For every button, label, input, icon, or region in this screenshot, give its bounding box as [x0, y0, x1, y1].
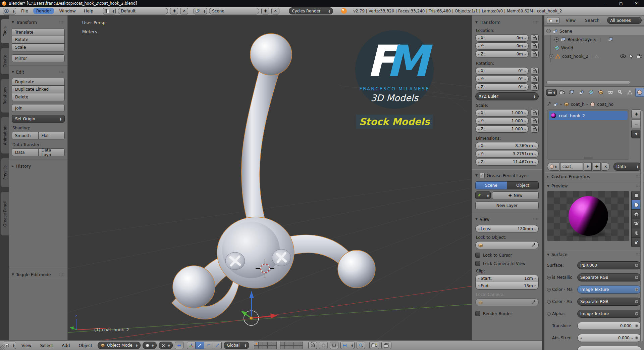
preview-monkey-button[interactable] [631, 219, 641, 228]
absorption-strength-field[interactable]: 0.000 [577, 334, 641, 342]
layer-cell[interactable] [289, 345, 293, 349]
remove-material-slot-button[interactable]: − [631, 120, 641, 128]
menu-render[interactable]: Render [33, 8, 54, 14]
clipped-field[interactable] [577, 346, 641, 350]
snap-element-dropdown[interactable] [340, 342, 355, 349]
layer-cell[interactable] [263, 345, 267, 349]
renderlayer-restrict-icon[interactable] [608, 37, 613, 42]
panel-grip-icon[interactable] [59, 71, 65, 74]
increment-icon[interactable] [525, 112, 526, 115]
lock-location-y-button[interactable] [531, 42, 539, 50]
color-ma-dropdown[interactable]: Image Texture [577, 286, 641, 294]
layer-cell[interactable] [254, 345, 259, 349]
panel-header-grease-pencil[interactable]: Grease Pencil Layer [475, 172, 539, 179]
tab-object-data[interactable] [626, 88, 635, 97]
dimension-z-field[interactable]: Z:11.467cm [475, 158, 539, 166]
expand-plus-icon[interactable]: + [554, 37, 559, 42]
unlink-material-button[interactable] [602, 163, 609, 171]
layers-widget-2[interactable] [280, 342, 304, 349]
add-layout-button[interactable] [170, 8, 178, 14]
tab-grease-pencil[interactable]: Grease Pencil [1, 191, 9, 236]
decrement-icon[interactable] [478, 284, 479, 287]
is-metallic-dropdown[interactable]: Separate RGB [577, 273, 641, 281]
decrement-icon[interactable] [478, 128, 479, 131]
lock-rotation-y-button[interactable] [531, 75, 539, 83]
layer-cell[interactable] [293, 345, 298, 349]
layer-cell[interactable] [280, 342, 285, 345]
snap-toggle-button[interactable] [330, 342, 338, 349]
decrement-icon[interactable] [478, 227, 479, 230]
tab-render[interactable] [557, 88, 567, 97]
rotation-mode-dropdown[interactable]: XYZ Euler [475, 92, 539, 100]
lock-to-scene-button[interactable] [308, 342, 317, 349]
minimize-button[interactable]: – [598, 0, 613, 7]
set-origin-dropdown[interactable]: Set Origin [12, 115, 65, 123]
region-corner-grip[interactable] [0, 345, 5, 350]
preview-cube-button[interactable] [631, 210, 641, 219]
rotation-y-field[interactable]: Y:0° [475, 75, 529, 83]
decrement-icon[interactable] [478, 45, 479, 48]
lock-rotation-z-button[interactable] [531, 83, 539, 91]
dimension-y-field[interactable]: Y:3.2751cm [475, 150, 539, 158]
editor-type-button[interactable] [3, 8, 16, 14]
panel-header-surface[interactable]: Surface [544, 251, 644, 258]
expand-node-icon[interactable] [547, 288, 551, 292]
increment-icon[interactable] [525, 70, 526, 73]
lock-location-x-button[interactable] [531, 34, 539, 42]
manipulator-translate-button[interactable] [196, 342, 204, 349]
scale-z-field[interactable]: Z:1.000 [475, 125, 529, 133]
outliner-menu-view[interactable]: View [563, 17, 579, 24]
layer-cell[interactable] [258, 342, 263, 345]
layer-cell[interactable] [267, 345, 272, 349]
preview-world-button[interactable] [631, 238, 641, 247]
layer-cell[interactable] [272, 342, 276, 345]
gpencil-source-scene-button[interactable]: Scene [475, 181, 507, 189]
layer-cell[interactable] [284, 345, 289, 349]
gpencil-source-object-button[interactable]: Object [507, 181, 539, 189]
decrement-icon[interactable] [478, 37, 479, 40]
tab-animation[interactable]: Animation [1, 117, 9, 154]
translucency-slider[interactable]: 0.000 [577, 322, 641, 330]
node-socket-icon[interactable] [635, 312, 638, 315]
snap-peel-button[interactable] [357, 342, 365, 349]
alpha-dropdown[interactable]: Image Texture [577, 310, 641, 318]
layer-cell[interactable] [254, 342, 259, 345]
coat-hook-model[interactable] [172, 34, 375, 319]
orientation-dropdown[interactable]: Global [224, 342, 249, 349]
viewport-menu-view[interactable]: View [18, 342, 35, 349]
transform-manipulator[interactable] [241, 291, 277, 325]
dimension-x-field[interactable]: X:8.369cm [475, 142, 539, 149]
shade-flat-button[interactable]: Flat [39, 132, 65, 139]
decrement-icon[interactable] [478, 86, 479, 89]
panel-grip-icon[interactable] [59, 273, 65, 276]
tab-world[interactable] [587, 88, 596, 97]
lock-scale-y-button[interactable] [531, 117, 539, 125]
layer-cell[interactable] [258, 345, 263, 349]
add-material-slot-button[interactable] [631, 110, 641, 118]
tab-create[interactable]: Create [1, 48, 9, 75]
tab-relations[interactable]: Relations [1, 79, 9, 113]
proportional-edit-button[interactable] [319, 342, 328, 349]
expand-node-icon[interactable] [547, 312, 551, 316]
increment-icon[interactable] [535, 161, 536, 164]
increment-icon[interactable] [535, 152, 536, 156]
node-socket-icon[interactable] [635, 300, 638, 303]
tab-modifiers[interactable] [616, 88, 625, 97]
list-resize-grip[interactable] [584, 157, 593, 159]
blender-splash-icon[interactable] [341, 8, 347, 14]
preview-plane-button[interactable] [631, 191, 641, 200]
expand-node-icon[interactable] [547, 300, 551, 304]
increment-icon[interactable] [535, 144, 536, 147]
viewport-shading-dropdown[interactable] [143, 342, 157, 349]
node-socket-icon[interactable] [635, 264, 638, 267]
scale-button[interactable]: Scale [12, 44, 65, 51]
layer-cell[interactable] [272, 345, 276, 349]
object-crumb-icon[interactable] [564, 102, 569, 106]
node-socket-icon[interactable] [635, 324, 638, 327]
material-link-dropdown[interactable]: Data [613, 163, 642, 171]
increment-icon[interactable] [632, 337, 633, 340]
increment-icon[interactable] [525, 78, 526, 81]
location-z-field[interactable]: Z:0m [475, 50, 529, 58]
screen-layout-icon-button[interactable] [103, 8, 116, 14]
delete-scene-button[interactable] [271, 8, 279, 14]
